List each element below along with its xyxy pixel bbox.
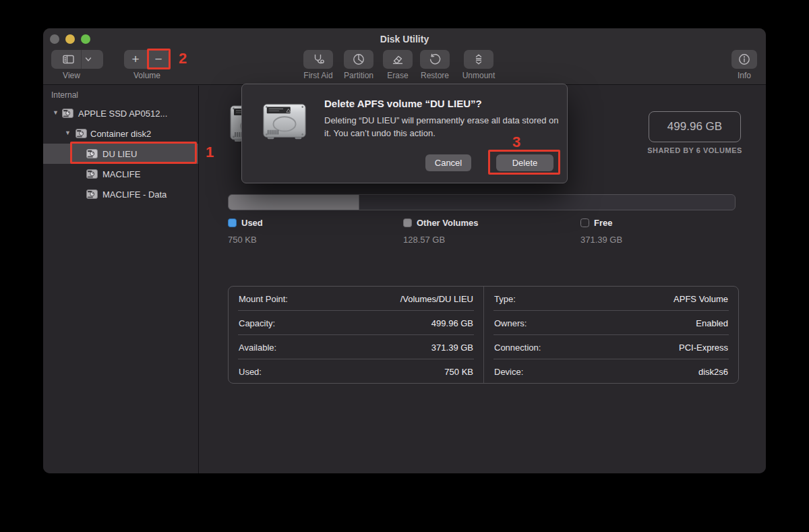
detail-value: APFS Volume	[673, 294, 728, 304]
annotation-box-step1	[70, 142, 197, 164]
first-aid-label: First Aid	[298, 71, 338, 80]
dialog-body-text: Deleting “DU LIEU” will permanently eras…	[324, 114, 562, 140]
sidebar-item-maclife-data[interactable]: MACLIFE - Data	[43, 184, 198, 204]
sidebar-item-apple-ssd[interactable]: ▼ APPLE SSD AP0512...	[43, 103, 198, 123]
detail-row-mount-point: Mount Point: /Volumes/DU LIEU	[229, 287, 483, 311]
view-button-label: View	[51, 71, 92, 80]
window-title: Disk Utility	[43, 34, 766, 45]
stethoscope-icon	[311, 53, 325, 66]
detail-label: Owners:	[494, 318, 527, 328]
legend-swatch	[580, 218, 589, 227]
sidebar-item-label: MACLIFE - Data	[102, 189, 167, 200]
unmount-button[interactable]	[464, 50, 493, 69]
detail-value: /Volumes/DU LIEU	[400, 294, 473, 304]
detail-label: Used:	[239, 367, 262, 377]
detail-row-capacity: Capacity: 499.96 GB	[229, 311, 483, 335]
eraser-icon	[391, 53, 404, 66]
sidebar-item-label: MACLIFE	[102, 169, 140, 179]
pie-partition-icon	[352, 53, 365, 66]
first-aid-button[interactable]	[303, 50, 333, 69]
hard-drive-icon	[261, 98, 308, 145]
detail-label: Available:	[239, 343, 276, 353]
detail-label: Type:	[494, 294, 516, 304]
legend-used: Used 750 KB	[228, 218, 263, 245]
legend-free: Free 371.39 GB	[580, 218, 622, 245]
detail-label: Mount Point:	[239, 294, 288, 304]
legend-swatch	[403, 218, 412, 227]
disk-icon	[62, 109, 73, 118]
detail-value: 499.96 GB	[431, 318, 473, 328]
legend-label: Used	[241, 218, 263, 228]
erase-button[interactable]	[383, 50, 413, 69]
legend-value: 750 KB	[228, 235, 263, 245]
sidebar-view-icon	[62, 53, 76, 66]
view-button[interactable]	[51, 50, 103, 69]
annotation-box-step3	[488, 150, 560, 175]
volume-details-table: Mount Point: /Volumes/DU LIEU Capacity: …	[228, 286, 739, 384]
disk-icon	[86, 189, 98, 199]
sidebar-section-internal: Internal	[51, 90, 78, 100]
volume-group-label: Volume	[124, 71, 170, 80]
erase-label: Erase	[378, 71, 418, 80]
legend-label: Other Volumes	[417, 218, 479, 228]
partition-button[interactable]	[344, 50, 373, 69]
disclosure-triangle-icon[interactable]: ▼	[53, 109, 59, 116]
detail-row-owners: Owners: Enabled	[484, 311, 738, 335]
add-volume-button[interactable]: +	[125, 51, 147, 68]
usage-bar-other-volumes-segment	[229, 195, 359, 210]
detail-row-used: Used: 750 KB	[229, 359, 483, 384]
detail-value: PCI-Express	[679, 343, 728, 353]
restore-label: Restore	[415, 71, 455, 80]
detail-row-device: Device: disk2s6	[484, 359, 738, 384]
annotation-number-1: 1	[206, 145, 214, 160]
legend-label: Free	[594, 218, 612, 228]
info-icon	[738, 53, 751, 66]
disk-icon	[76, 129, 87, 138]
annotation-number-3: 3	[512, 135, 520, 150]
cancel-button[interactable]: Cancel	[425, 154, 471, 171]
annotation-number-2: 2	[179, 51, 187, 66]
legend-value: 128.57 GB	[403, 235, 479, 245]
info-label: Info	[724, 71, 765, 80]
sidebar-item-maclife[interactable]: MACLIFE	[43, 164, 198, 184]
capacity-badge: 499.96 GB	[649, 111, 741, 142]
storage-usage-bar	[228, 194, 736, 210]
disk-icon	[86, 169, 98, 179]
sidebar-item-label: APPLE SSD AP0512...	[78, 109, 167, 119]
legend-other-volumes: Other Volumes 128.57 GB	[403, 218, 479, 245]
sidebar-item-label: Container disk2	[90, 129, 151, 139]
restore-button[interactable]	[420, 50, 450, 69]
detail-label: Capacity:	[239, 318, 275, 328]
detail-value: 750 KB	[444, 367, 473, 377]
detail-row-connection: Connection: PCI-Express	[484, 335, 738, 359]
unmount-icon	[472, 53, 485, 66]
disclosure-triangle-icon[interactable]: ▼	[65, 129, 71, 136]
shared-by-label: SHARED BY 6 VOLUMES	[632, 146, 758, 154]
detail-row-type: Type: APFS Volume	[484, 287, 738, 311]
disk-utility-window: Disk Utility View + − Volume	[43, 28, 766, 473]
detail-label: Connection:	[494, 343, 541, 353]
dialog-title: Delete APFS volume “DU LIEU”?	[324, 98, 482, 109]
legend-swatch	[228, 218, 237, 227]
annotation-box-step2	[147, 49, 171, 69]
detail-value: Enabled	[696, 318, 728, 328]
detail-row-available: Available: 371.39 GB	[229, 335, 483, 359]
detail-value: disk2s6	[698, 367, 728, 377]
restore-arrow-icon	[428, 53, 442, 66]
legend-value: 371.39 GB	[580, 235, 622, 245]
partition-label: Partition	[338, 71, 379, 80]
detail-value: 371.39 GB	[431, 343, 473, 353]
chevron-down-icon	[84, 55, 92, 63]
detail-label: Device:	[494, 367, 523, 377]
sidebar-item-container-disk2[interactable]: ▼ Container disk2	[43, 123, 198, 144]
info-button[interactable]	[731, 50, 757, 69]
unmount-label: Unmount	[458, 71, 499, 80]
